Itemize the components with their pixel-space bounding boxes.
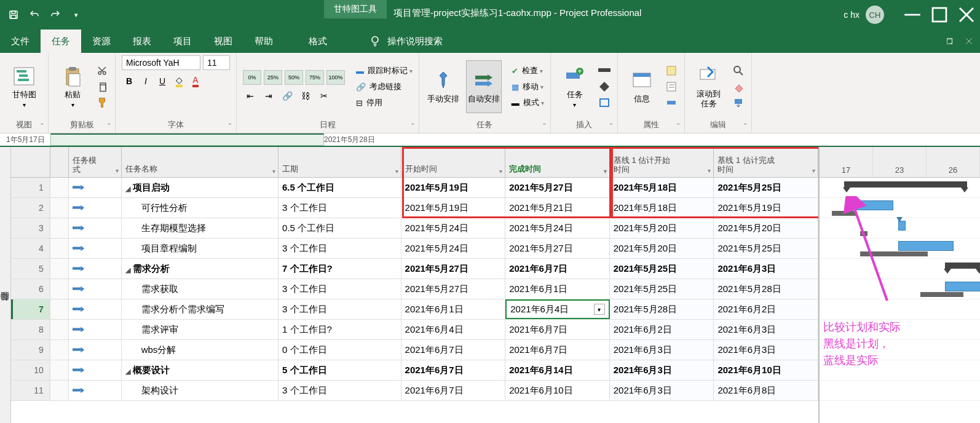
cut-button[interactable] bbox=[95, 64, 109, 77]
cell-duration[interactable]: 3 个工作日 bbox=[279, 279, 401, 299]
cell-start[interactable]: 2021年6月7日 bbox=[401, 381, 506, 400]
cell-task-mode[interactable] bbox=[69, 198, 122, 218]
cell-task-name[interactable]: 需求分析 bbox=[122, 259, 279, 279]
cell-finish[interactable]: 2021年5月27日 bbox=[505, 239, 610, 258]
table-row[interactable]: 11架构设计3 个工作日2021年6月7日2021年6月10日2021年6月3日… bbox=[11, 381, 818, 401]
cell-duration[interactable]: 7 个工作日? bbox=[279, 259, 401, 279]
gantt-summary-bar[interactable] bbox=[945, 263, 980, 269]
cell-task-name[interactable]: 需求获取 bbox=[122, 279, 279, 299]
inspect-button[interactable]: ✔检查 bbox=[512, 65, 544, 76]
cell-start[interactable]: 2021年6月7日 bbox=[401, 340, 506, 360]
fill-button[interactable] bbox=[732, 96, 745, 109]
outdent-button[interactable]: ⇤ bbox=[243, 89, 258, 103]
row-number[interactable]: 8 bbox=[11, 320, 50, 339]
manual-schedule-button[interactable]: 手动安排 bbox=[425, 60, 461, 113]
cell-finish[interactable]: 2021年5月24日 bbox=[505, 218, 610, 238]
table-row[interactable]: 7需求分析个需求编写3 个工作日2021年6月1日2021年6月4日▾2021年… bbox=[11, 299, 818, 320]
cell-task-name[interactable]: 需求评审 bbox=[122, 320, 279, 339]
row-number[interactable]: 9 bbox=[11, 340, 50, 360]
table-row[interactable]: 9wbs分解0 个工作日2021年6月7日2021年6月7日2021年6月3日2… bbox=[11, 340, 818, 360]
tab-format[interactable]: 格式 bbox=[298, 30, 338, 53]
insert-task-button[interactable]: + 任务▾ bbox=[557, 60, 593, 113]
cell-finish[interactable]: 2021年6月10日 bbox=[505, 381, 610, 400]
cell-baseline1-start[interactable]: 2021年6月2日 bbox=[610, 320, 714, 339]
cell-duration[interactable]: 3 个工作日 bbox=[279, 299, 401, 319]
row-number[interactable]: 7 bbox=[11, 299, 50, 319]
row-number[interactable]: 10 bbox=[11, 360, 50, 380]
gantt-chart-button[interactable]: 甘特图▾ bbox=[6, 60, 42, 113]
cell-start[interactable]: 2021年5月24日 bbox=[401, 239, 506, 258]
paste-button[interactable]: 粘贴▾ bbox=[55, 60, 90, 113]
find-button[interactable] bbox=[732, 64, 745, 77]
row-number[interactable]: 5 bbox=[11, 259, 50, 279]
pct-100-button[interactable]: 100% bbox=[326, 70, 345, 85]
table-row[interactable]: 4项目章程编制3 个工作日2021年5月24日2021年5月27日2021年5月… bbox=[11, 239, 818, 259]
cell-duration[interactable]: 0 个工作日 bbox=[279, 340, 401, 360]
tell-me-search[interactable]: 操作说明搜索 bbox=[369, 30, 443, 53]
maximize-button[interactable] bbox=[926, 0, 953, 30]
hdr-start[interactable]: 开始时间▾ bbox=[401, 147, 506, 177]
cell-start[interactable]: 2021年6月7日 bbox=[401, 360, 506, 380]
cell-indicator[interactable] bbox=[50, 198, 69, 218]
timeline-add-button[interactable] bbox=[665, 96, 678, 109]
dropdown-icon[interactable]: ▾ bbox=[594, 304, 605, 315]
cell-baseline1-finish[interactable]: 2021年6月3日 bbox=[714, 340, 818, 360]
cell-baseline1-start[interactable]: 2021年5月20日 bbox=[610, 239, 714, 258]
row-number[interactable]: 6 bbox=[11, 279, 50, 299]
cell-baseline1-start[interactable]: 2021年6月3日 bbox=[610, 340, 714, 360]
cell-task-mode[interactable] bbox=[69, 218, 122, 238]
tab-resource[interactable]: 资源 bbox=[81, 30, 122, 53]
table-row[interactable]: 2可行性分析3 个工作日2021年5月19日2021年5月21日2021年5月1… bbox=[11, 198, 818, 218]
row-number[interactable]: 11 bbox=[11, 381, 50, 400]
table-row[interactable]: 3生存期模型选择0.5 个工作日2021年5月24日2021年5月24日2021… bbox=[11, 218, 818, 239]
cell-baseline1-start[interactable]: 2021年5月18日 bbox=[610, 198, 714, 218]
gantt-task-bar[interactable] bbox=[898, 241, 954, 251]
hdr-baseline1-finish[interactable]: 基线 1 估计完成 时间▾ bbox=[714, 147, 818, 177]
pct-25-button[interactable]: 25% bbox=[264, 70, 282, 85]
cell-baseline1-finish[interactable]: 2021年6月2日 bbox=[714, 299, 818, 319]
cell-task-name[interactable]: 生存期模型选择 bbox=[122, 218, 279, 238]
cell-start[interactable]: 2021年5月27日 bbox=[401, 279, 506, 299]
cell-finish[interactable]: 2021年5月21日 bbox=[505, 198, 610, 218]
cell-baseline1-finish[interactable]: 2021年5月25日 bbox=[714, 239, 818, 258]
summary-task-button[interactable] bbox=[598, 64, 611, 77]
cell-indicator[interactable] bbox=[50, 299, 69, 319]
copy-button[interactable] bbox=[95, 80, 109, 93]
format-painter-button[interactable] bbox=[95, 96, 109, 109]
cell-task-name[interactable]: 项目章程编制 bbox=[122, 239, 279, 258]
move-button[interactable]: ▦移动 bbox=[512, 81, 544, 92]
cell-task-mode[interactable] bbox=[69, 381, 122, 400]
table-row[interactable]: 5需求分析7 个工作日?2021年5月27日2021年6月7日2021年5月25… bbox=[11, 259, 818, 279]
cell-finish[interactable]: 2021年5月27日 bbox=[505, 178, 610, 197]
cell-duration[interactable]: 3 个工作日 bbox=[279, 381, 401, 400]
cell-indicator[interactable] bbox=[50, 340, 69, 360]
gantt-task-bar[interactable] bbox=[945, 282, 980, 291]
vertical-tab-gantt[interactable]: 甘特图 bbox=[0, 147, 11, 423]
timeline-bar[interactable] bbox=[50, 133, 324, 146]
cell-baseline1-start[interactable]: 2021年5月25日 bbox=[610, 259, 714, 279]
cell-baseline1-finish[interactable]: 2021年5月28日 bbox=[714, 279, 818, 299]
row-number[interactable]: 4 bbox=[11, 239, 50, 258]
cell-task-name[interactable]: 可行性分析 bbox=[122, 198, 279, 218]
deliverable-button[interactable] bbox=[598, 96, 611, 109]
cell-task-mode[interactable] bbox=[69, 320, 122, 339]
cell-finish[interactable]: 2021年6月7日 bbox=[505, 320, 610, 339]
cell-baseline1-start[interactable]: 2021年6月3日 bbox=[610, 381, 714, 400]
mark-on-track-button[interactable]: ▬跟踪时标记 bbox=[356, 65, 413, 76]
font-color-button[interactable]: A bbox=[188, 74, 203, 89]
cell-baseline1-start[interactable]: 2021年5月25日 bbox=[610, 279, 714, 299]
split-task-button[interactable]: ✂ bbox=[317, 89, 331, 103]
cell-task-name[interactable]: 需求分析个需求编写 bbox=[122, 299, 279, 319]
timeline-panel[interactable]: 1年5月17日 2021年5月28日 bbox=[0, 133, 980, 147]
font-name-combo[interactable]: Microsoft YaH bbox=[122, 55, 200, 70]
cell-start[interactable]: 2021年5月27日 bbox=[401, 259, 506, 279]
cell-indicator[interactable] bbox=[50, 239, 69, 258]
cell-duration[interactable]: 3 个工作日 bbox=[279, 198, 401, 218]
cell-task-name[interactable]: 项目启动 bbox=[122, 178, 279, 197]
mode-button[interactable]: ▬模式 bbox=[512, 97, 544, 108]
cell-baseline1-finish[interactable]: 2021年6月10日 bbox=[714, 360, 818, 380]
save-button[interactable] bbox=[5, 6, 22, 23]
hdr-rownum[interactable] bbox=[11, 147, 50, 177]
cell-start[interactable]: 2021年5月19日 bbox=[401, 198, 506, 218]
link-tasks-button[interactable]: 🔗 bbox=[280, 89, 294, 103]
